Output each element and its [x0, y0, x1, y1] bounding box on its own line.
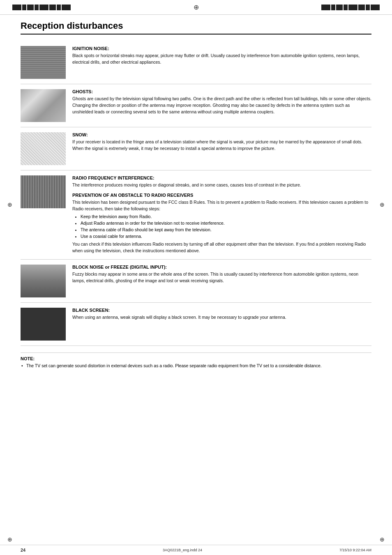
- snow-heading: SNOW:: [72, 132, 371, 137]
- ghosts-heading: GHOSTS:: [72, 89, 371, 94]
- bar-block: [366, 5, 370, 10]
- left-registration-mark-top: ⊕: [7, 201, 12, 208]
- right-registration-mark-bottom: ⊕: [380, 536, 385, 543]
- section-snow: SNOW: If your receiver is located in the…: [21, 127, 371, 170]
- bar-block: [331, 5, 335, 10]
- block-graphic: [21, 265, 66, 297]
- bar-block: [39, 5, 48, 10]
- ghosts-image: [21, 89, 66, 122]
- ignition-noise-graphic: [21, 46, 66, 79]
- black-body: When using an antenna, weak signals will…: [72, 314, 371, 321]
- snow-body: If your receiver is located in the fring…: [72, 139, 371, 152]
- bar-block: [62, 5, 71, 10]
- rfi-graphic: [21, 175, 66, 208]
- black-heading: BLACK SCREEN:: [72, 308, 371, 313]
- bar-block: [12, 5, 21, 10]
- bar-block: [27, 5, 34, 10]
- black-text: BLACK SCREEN: When using an antenna, wea…: [72, 308, 371, 321]
- block-text: BLOCK NOISE or FREEZE (DIGITAL INPUT): F…: [72, 265, 371, 284]
- prevention-list: Keep the television away from Radio. Adj…: [81, 214, 371, 240]
- prevention-heading: PREVENTION OF AN OBSTACLE TO RADIO RECEI…: [72, 193, 371, 198]
- section-block: BLOCK NOISE or FREEZE (DIGITAL INPUT): F…: [21, 260, 371, 303]
- rfi-content: RADIO FREQUENCY INTERFERENCE: The interf…: [21, 175, 371, 254]
- ignition-heading: IGNITION NOISE:: [72, 46, 371, 51]
- left-registration-mark-bottom: ⊕: [7, 536, 12, 543]
- footer-left: 3AQ0221B_eng.indd 24: [163, 548, 202, 552]
- section-ignition: IGNITION NOISE: Black spots or horizonta…: [21, 41, 371, 84]
- bar-block: [344, 5, 348, 10]
- page-title: Reception disturbances: [21, 21, 371, 35]
- bar-block: [321, 5, 330, 10]
- bar-block: [336, 5, 343, 10]
- block-body: Fuzzy blocks may appear in some area or …: [72, 271, 371, 284]
- prevention-bullet-4: Use a coaxial cable for antenna.: [81, 233, 371, 240]
- rfi-text: RADIO FREQUENCY INTERFERENCE: The interf…: [72, 175, 371, 254]
- bar-block: [348, 5, 357, 10]
- prevention-bullet-1: Keep the television away from Radio.: [81, 214, 371, 220]
- bar-block: [57, 5, 61, 10]
- bar-block: [49, 5, 56, 10]
- top-bar: ⊕: [0, 0, 392, 15]
- prevention-bullet-2: Adjust Radio antennas in order for the t…: [81, 220, 371, 227]
- snow-image: [21, 132, 66, 165]
- ignition-text: IGNITION NOISE: Black spots or horizonta…: [72, 46, 371, 66]
- note-heading: NOTE:: [21, 356, 371, 361]
- center-registration-mark: ⊕: [194, 3, 199, 11]
- prevention-bullet-3: The antenna cable of Radio should be kep…: [81, 227, 371, 233]
- page-content: Reception disturbances IGNITION NOISE: B…: [0, 16, 392, 378]
- right-registration-mark-top: ⊕: [380, 201, 385, 208]
- bar-block: [35, 5, 39, 10]
- snow-text: SNOW: If your receiver is located in the…: [72, 132, 371, 152]
- ghosts-text: GHOSTS: Ghosts are caused by the televis…: [72, 89, 371, 115]
- rfi-image: [21, 175, 66, 208]
- bar-block: [358, 5, 365, 10]
- block-heading: BLOCK NOISE or FREEZE (DIGITAL INPUT):: [72, 265, 371, 269]
- rfi-heading: RADIO FREQUENCY INTERFERENCE:: [72, 175, 371, 180]
- black-graphic: [21, 308, 66, 341]
- ghosts-graphic: [21, 89, 66, 122]
- footer-right: 7/15/10 9:22:04 AM: [339, 548, 371, 552]
- note-section: NOTE: The TV set can generate sound dist…: [21, 352, 371, 369]
- ghosts-body: Ghosts are caused by the television sign…: [72, 96, 371, 115]
- bar-block: [22, 5, 26, 10]
- prevention-intro: This television has been designed pursua…: [72, 199, 371, 212]
- right-bar-blocks: [321, 5, 380, 10]
- black-image: [21, 308, 66, 341]
- bottom-bar: 24 3AQ0221B_eng.indd 24 7/15/10 9:22:04 …: [0, 545, 392, 555]
- section-rfi: RADIO FREQUENCY INTERFERENCE: The interf…: [21, 170, 371, 260]
- ignition-image: [21, 46, 66, 79]
- snow-graphic: [21, 132, 66, 165]
- left-bar-blocks: [12, 5, 71, 10]
- bar-block: [371, 5, 380, 10]
- section-ghosts: GHOSTS: Ghosts are caused by the televis…: [21, 84, 371, 127]
- block-image: [21, 265, 66, 297]
- ignition-body: Black spots or horizontal streaks may ap…: [72, 53, 371, 66]
- page-number: 24: [21, 548, 25, 553]
- prevention-outro: You can check if this television influen…: [72, 241, 371, 254]
- note-body: The TV set can generate sound distortion…: [21, 363, 371, 369]
- rfi-body: The interference produces moving ripples…: [72, 182, 371, 189]
- section-black: BLACK SCREEN: When using an antenna, wea…: [21, 303, 371, 346]
